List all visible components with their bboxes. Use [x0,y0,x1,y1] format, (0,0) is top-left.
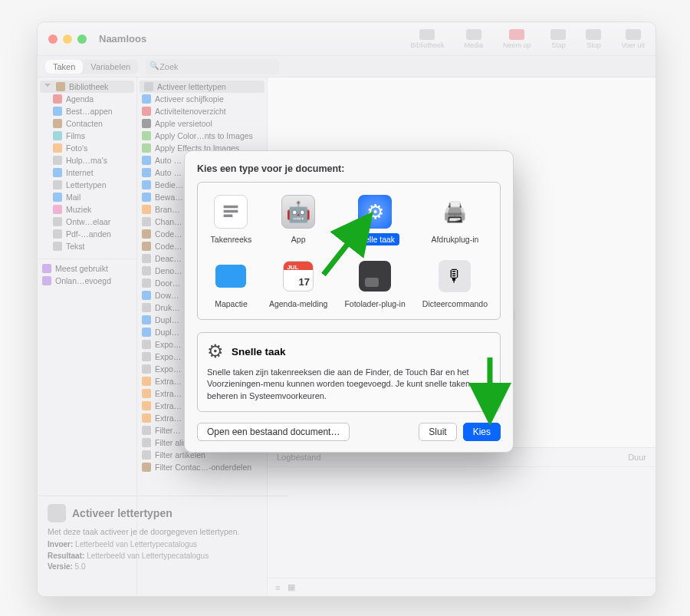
tb-library[interactable]: Bibliotheek [410,29,444,49]
library-item[interactable]: Muziek [38,203,136,216]
tb-step[interactable]: Stap [550,29,566,49]
smart-folder-item[interactable]: Meest gebruikt [38,262,136,275]
log-col-right: Duur [628,453,646,462]
tb-run[interactable]: Voer uit [621,29,645,49]
library-item[interactable]: Pdf-…anden [38,228,136,240]
info-title: Snelle taak [232,346,286,357]
action-item[interactable]: Activeer schijfkopie [137,93,267,105]
library-item[interactable]: Best…appen [38,105,136,117]
grid-icon[interactable]: ▦ [288,582,295,592]
titlebar: Naamloos Bibliotheek Media Neem op Stap … [38,22,656,56]
window-title: Naamloos [99,33,146,44]
tab-vars[interactable]: Variabelen [83,60,138,74]
tb-record[interactable]: Neem op [503,29,531,49]
action-description: Activeer lettertypen Met deze taak activ… [37,496,288,580]
info-desc: Snelle taken zijn takenreeksen die aan d… [207,367,491,402]
template-workflow[interactable]: Takenreeks [204,190,258,252]
library-item[interactable]: Films [38,130,136,142]
close-icon[interactable] [48,35,58,44]
library-item[interactable]: Bibliotheek [40,81,134,93]
log-panel: Logbestand Duur [268,447,656,578]
tab-tasks[interactable]: Taken [45,60,83,74]
template-dict[interactable]: Dicteercommando [416,255,494,316]
sheet-title: Kies een type voor je document: [197,163,501,174]
library-item[interactable]: Lettertypen [38,179,136,191]
action-item[interactable]: Activeer lettertypen [140,81,264,93]
log-col-left: Logbestand [277,453,321,462]
gear-icon: ⚙︎ [207,341,224,362]
action-item[interactable]: Activiteitenoverzicht [137,105,267,117]
library-item[interactable]: Mail [38,191,136,203]
action-item[interactable]: Apply Color…nts to Images [137,130,267,142]
action-item[interactable]: Apple versietool [137,117,267,130]
tb-media[interactable]: Media [464,29,483,49]
template-cal[interactable]: 17Agenda-melding [263,255,334,316]
open-existing-button[interactable]: Open een bestaand document… [197,423,350,441]
library-item[interactable]: Tekst [38,240,136,252]
toolbar-right: Bibliotheek Media Neem op Stap Stop Voer… [410,29,645,49]
template-info: ⚙︎ Snelle taak Snelle taken zijn takenre… [197,332,501,412]
template-app[interactable]: 🤖App [263,190,334,252]
library-item[interactable]: Contacten [38,117,136,130]
library-item[interactable]: Internet [38,166,136,179]
close-button[interactable]: Sluit [419,423,456,441]
minimize-icon[interactable] [63,35,72,44]
status-bar: ≡ ▦ [268,578,656,596]
template-print[interactable]: 🖨️Afdrukplug-in [416,190,494,252]
library-item[interactable]: Hulp…ma's [38,154,136,166]
window-controls[interactable] [48,35,87,44]
zoom-icon[interactable] [77,35,87,44]
view-segment[interactable]: Taken Variabelen [45,60,138,74]
subtoolbar: Taken Variabelen [38,56,656,77]
template-grid: Takenreeks🤖App⚙︎Snelle taak🖨️Afdrukplug-… [204,190,494,316]
library-item[interactable]: Foto's [38,142,136,154]
template-folder[interactable]: Mapactie [204,255,258,316]
action-item[interactable]: Filter Contac…-onderdelen [137,461,267,473]
list-icon[interactable]: ≡ [275,583,280,592]
template-photo[interactable]: Fotolader-plug-in [338,255,411,316]
tb-stop[interactable]: Stop [586,29,601,49]
library-item[interactable]: Ontw…elaar [38,216,136,228]
search-input[interactable] [146,59,279,74]
template-chooser-sheet: Kies een type voor je document: Takenree… [184,150,514,453]
template-quick[interactable]: ⚙︎Snelle taak [338,190,411,252]
font-icon [48,504,66,522]
library-item[interactable]: Agenda [38,93,136,105]
choose-button[interactable]: Kies [463,423,501,441]
smart-folder-item[interactable]: Onlan…evoegd [38,275,136,287]
